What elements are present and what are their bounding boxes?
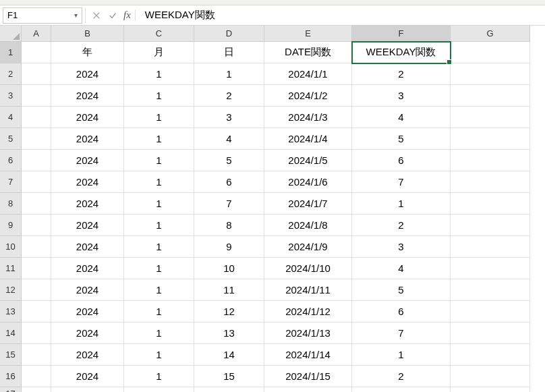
- cell-D12[interactable]: 11: [194, 279, 264, 301]
- column-header-D[interactable]: D: [194, 26, 264, 42]
- cell-C6[interactable]: 1: [124, 150, 194, 171]
- cell-B10[interactable]: 2024: [51, 236, 124, 258]
- enter-formula-button[interactable]: [105, 7, 121, 24]
- column-header-G[interactable]: G: [451, 26, 530, 42]
- cell-F9[interactable]: 2: [352, 215, 451, 236]
- row-header-15[interactable]: 15: [0, 344, 22, 366]
- cell-G16[interactable]: [451, 366, 530, 387]
- cell-D16[interactable]: 15: [194, 366, 264, 387]
- cell-D3[interactable]: 2: [194, 85, 264, 107]
- cell-G17[interactable]: [451, 387, 530, 392]
- cell-D14[interactable]: 13: [194, 323, 264, 344]
- cell-D17[interactable]: [194, 387, 264, 392]
- cell-A16[interactable]: [22, 366, 51, 387]
- cell-B14[interactable]: 2024: [51, 323, 124, 344]
- cell-D13[interactable]: 12: [194, 301, 264, 323]
- cell-G6[interactable]: [451, 150, 530, 171]
- cell-D7[interactable]: 6: [194, 171, 264, 193]
- cell-B4[interactable]: 2024: [51, 107, 124, 128]
- cell-F14[interactable]: 7: [352, 323, 451, 344]
- cell-A4[interactable]: [22, 107, 51, 128]
- row-header-12[interactable]: 12: [0, 279, 22, 301]
- column-header-B[interactable]: B: [51, 26, 124, 42]
- cell-C12[interactable]: 1: [124, 279, 194, 301]
- cell-B7[interactable]: 2024: [51, 171, 124, 193]
- cell-G5[interactable]: [451, 128, 530, 150]
- cell-E1[interactable]: DATE関数: [264, 42, 352, 63]
- cell-D11[interactable]: 10: [194, 258, 264, 279]
- chevron-down-icon[interactable]: ▾: [74, 11, 78, 19]
- cell-A13[interactable]: [22, 301, 51, 323]
- cell-D9[interactable]: 8: [194, 215, 264, 236]
- cell-F11[interactable]: 4: [352, 258, 451, 279]
- row-header-4[interactable]: 4: [0, 107, 22, 128]
- cell-A14[interactable]: [22, 323, 51, 344]
- cell-B17[interactable]: [51, 387, 124, 392]
- row-header-9[interactable]: 9: [0, 215, 22, 236]
- cell-F16[interactable]: 2: [352, 366, 451, 387]
- cell-G13[interactable]: [451, 301, 530, 323]
- cell-C17[interactable]: [124, 387, 194, 392]
- cell-B1[interactable]: 年: [51, 42, 124, 63]
- cell-A9[interactable]: [22, 215, 51, 236]
- cell-G3[interactable]: [451, 85, 530, 107]
- cell-C16[interactable]: 1: [124, 366, 194, 387]
- cell-A15[interactable]: [22, 344, 51, 366]
- row-header-16[interactable]: 16: [0, 366, 22, 387]
- cell-G11[interactable]: [451, 258, 530, 279]
- column-header-E[interactable]: E: [264, 26, 352, 42]
- cell-B11[interactable]: 2024: [51, 258, 124, 279]
- cell-B8[interactable]: 2024: [51, 193, 124, 215]
- cell-C4[interactable]: 1: [124, 107, 194, 128]
- cell-E14[interactable]: 2024/1/13: [264, 323, 352, 344]
- cell-A5[interactable]: [22, 128, 51, 150]
- cell-F17[interactable]: [352, 387, 451, 392]
- cell-E3[interactable]: 2024/1/2: [264, 85, 352, 107]
- cell-G1[interactable]: [451, 42, 530, 63]
- select-all-corner[interactable]: [0, 26, 22, 42]
- cell-E12[interactable]: 2024/1/11: [264, 279, 352, 301]
- cell-G15[interactable]: [451, 344, 530, 366]
- cell-A6[interactable]: [22, 150, 51, 171]
- cell-C14[interactable]: 1: [124, 323, 194, 344]
- cell-E16[interactable]: 2024/1/15: [264, 366, 352, 387]
- cell-E2[interactable]: 2024/1/1: [264, 63, 352, 85]
- cell-B5[interactable]: 2024: [51, 128, 124, 150]
- cell-B15[interactable]: 2024: [51, 344, 124, 366]
- cell-A3[interactable]: [22, 85, 51, 107]
- cell-E15[interactable]: 2024/1/14: [264, 344, 352, 366]
- cell-A10[interactable]: [22, 236, 51, 258]
- cell-C10[interactable]: 1: [124, 236, 194, 258]
- column-header-A[interactable]: A: [22, 26, 51, 42]
- cell-C3[interactable]: 1: [124, 85, 194, 107]
- cell-G10[interactable]: [451, 236, 530, 258]
- cell-B16[interactable]: 2024: [51, 366, 124, 387]
- cell-B2[interactable]: 2024: [51, 63, 124, 85]
- cell-E8[interactable]: 2024/1/7: [264, 193, 352, 215]
- cell-G4[interactable]: [451, 107, 530, 128]
- cell-C1[interactable]: 月: [124, 42, 194, 63]
- row-header-1[interactable]: 1: [0, 42, 22, 63]
- cell-C11[interactable]: 1: [124, 258, 194, 279]
- cell-C5[interactable]: 1: [124, 128, 194, 150]
- cell-C8[interactable]: 1: [124, 193, 194, 215]
- cell-E7[interactable]: 2024/1/6: [264, 171, 352, 193]
- cell-F4[interactable]: 4: [352, 107, 451, 128]
- cell-F10[interactable]: 3: [352, 236, 451, 258]
- cell-D1[interactable]: 日: [194, 42, 264, 63]
- cell-F7[interactable]: 7: [352, 171, 451, 193]
- row-header-3[interactable]: 3: [0, 85, 22, 107]
- cell-C15[interactable]: 1: [124, 344, 194, 366]
- column-header-C[interactable]: C: [124, 26, 194, 42]
- cell-E13[interactable]: 2024/1/12: [264, 301, 352, 323]
- cell-C2[interactable]: 1: [124, 63, 194, 85]
- cell-A8[interactable]: [22, 193, 51, 215]
- cell-E4[interactable]: 2024/1/3: [264, 107, 352, 128]
- cell-F6[interactable]: 6: [352, 150, 451, 171]
- cell-D6[interactable]: 5: [194, 150, 264, 171]
- cell-F2[interactable]: 2: [352, 63, 451, 85]
- cell-G8[interactable]: [451, 193, 530, 215]
- fx-button[interactable]: fx: [121, 9, 136, 21]
- cell-A2[interactable]: [22, 63, 51, 85]
- cell-A17[interactable]: [22, 387, 51, 392]
